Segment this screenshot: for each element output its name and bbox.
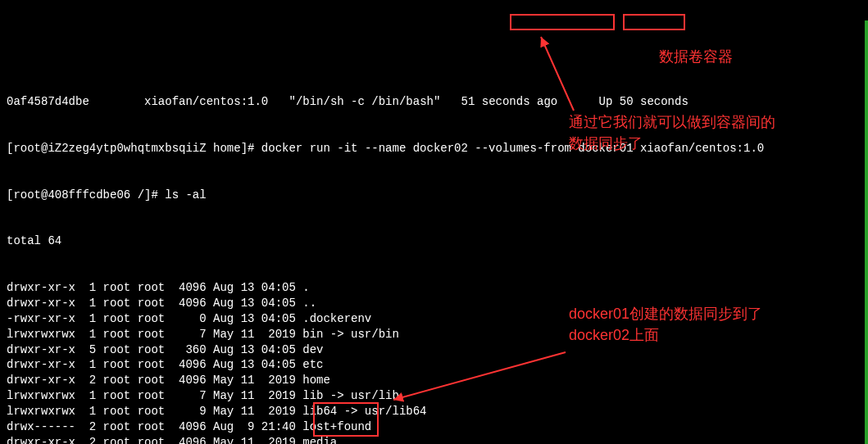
ps-command: "/bin/sh -c /bin/bash" bbox=[289, 95, 441, 108]
ps-created: 51 seconds ago bbox=[461, 95, 558, 108]
listing-row: drwxr-xr-x 2 root root 4096 May 11 2019 … bbox=[7, 373, 861, 388]
listing-row: lrwxrwxrwx 1 root root 7 May 11 2019 lib… bbox=[7, 388, 861, 404]
box-docker01 bbox=[623, 14, 685, 30]
annotation-data-volume-container: 数据卷容器 bbox=[659, 46, 733, 67]
ls-cmd: ls -al bbox=[165, 188, 206, 202]
box-volumes-from bbox=[510, 14, 615, 30]
listing-row: drwx------ 2 root root 4096 Aug 9 21:40 … bbox=[7, 419, 861, 435]
ps-container-id: 0af4587d4dbe bbox=[7, 95, 89, 108]
listing-row: drwxr-xr-x 2 root root 4096 May 11 2019 … bbox=[7, 435, 861, 444]
listing-row: lrwxrwxrwx 1 root root 9 May 11 2019 lib… bbox=[7, 404, 861, 419]
listing-row: drwxr-xr-x 1 root root 4096 Aug 13 04:05… bbox=[7, 357, 861, 373]
listing-row: drwxr-xr-x 1 root root 4096 Aug 13 04:05… bbox=[7, 280, 861, 296]
prompt-2: [root@408fffcdbe06 /]# bbox=[7, 188, 158, 202]
annotation-docker01-sync: docker01创建的数据同步到了docker02上面 bbox=[569, 303, 762, 346]
scrollbar[interactable] bbox=[865, 20, 868, 444]
volumes-from-flag: --volumes-from bbox=[475, 142, 571, 155]
ps-status: Up 50 seconds bbox=[599, 95, 688, 108]
annotation-sync-text: 通过它我们就可以做到容器间的数据同步了 bbox=[569, 111, 775, 154]
total-line: total 64 bbox=[7, 233, 861, 249]
docker-run-cmd: docker run -it --name docker02 bbox=[261, 142, 468, 155]
ls-line: [root@408fffcdbe06 /]# ls -al bbox=[7, 188, 861, 203]
ps-header-row: 0af4587d4dbe xiaofan/centos:1.0 "/bin/sh… bbox=[7, 94, 861, 110]
box-volumes bbox=[313, 402, 379, 437]
prompt-1: [root@iZ2zeg4ytp0whqtmxbsqiiZ home]# bbox=[7, 142, 254, 155]
ps-image: xiaofan/centos:1.0 bbox=[144, 95, 268, 108]
